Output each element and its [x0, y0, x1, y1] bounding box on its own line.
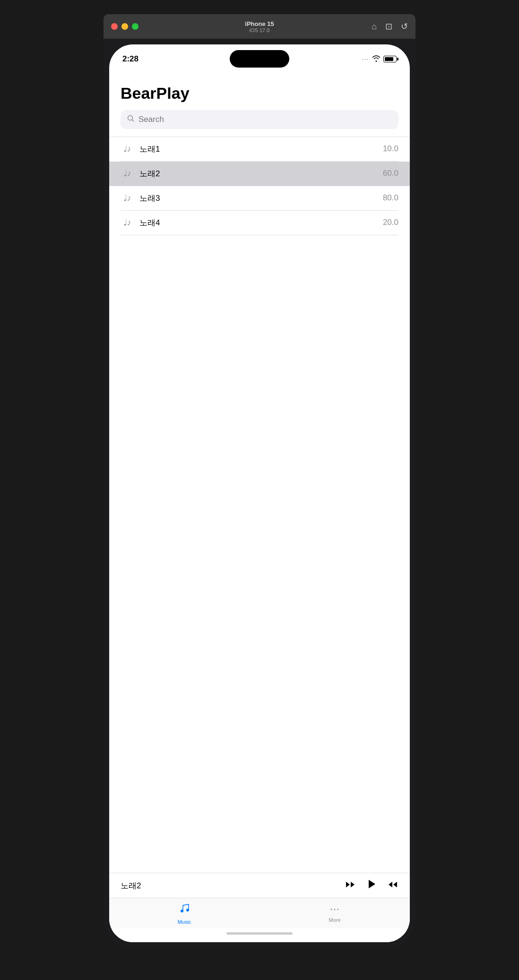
traffic-lights: [111, 23, 138, 30]
more-tab-label: More: [329, 917, 340, 923]
simulator-title: iPhone 15 iOS 17.0: [245, 20, 274, 33]
status-bar: 2:28 ···: [109, 44, 410, 70]
status-time: 2:28: [122, 54, 138, 64]
dynamic-island: [230, 50, 289, 68]
signal-dots-icon: ···: [363, 57, 369, 62]
home-indicator: [109, 928, 410, 942]
tab-more[interactable]: ··· More: [260, 902, 410, 925]
search-bar[interactable]: [121, 110, 398, 129]
play-button[interactable]: [367, 879, 376, 892]
screenshot-icon[interactable]: ⊡: [385, 21, 392, 32]
mini-player: 노래2: [109, 873, 410, 898]
minimize-button[interactable]: [121, 23, 128, 30]
song-item-2[interactable]: ♩♪ 노래2 60.0: [109, 162, 410, 186]
search-input[interactable]: [138, 115, 392, 124]
song-duration-3: 80.0: [383, 193, 398, 203]
forward-button[interactable]: [387, 880, 398, 891]
phone-frame: 2:28 ··· BearPlay: [104, 39, 415, 948]
tab-music[interactable]: Music: [109, 902, 260, 925]
tab-bar: Music ··· More: [109, 898, 410, 928]
song-title-1: 노래1: [139, 144, 377, 155]
search-icon: [127, 115, 135, 124]
music-note-icon-1: ♩♪: [121, 144, 134, 154]
more-tab-icon: ···: [330, 902, 339, 915]
device-name: iPhone 15: [245, 20, 274, 27]
wifi-icon: [372, 55, 381, 63]
simulator-actions: ⌂ ⊡ ↺: [372, 21, 408, 32]
song-item-1[interactable]: ♩♪ 노래1 10.0: [121, 137, 398, 162]
svg-point-2: [186, 909, 189, 911]
battery-icon: [383, 56, 397, 62]
music-note-icon-4: ♩♪: [121, 217, 134, 228]
player-controls: [345, 879, 398, 892]
song-title-2: 노래2: [139, 168, 377, 179]
os-version: iOS 17.0: [245, 27, 274, 33]
music-tab-label: Music: [178, 919, 191, 925]
music-note-icon-2: ♩♪: [121, 168, 134, 179]
app-content: BearPlay ♩♪ 노래1 10.0: [109, 70, 410, 554]
close-button[interactable]: [111, 23, 118, 30]
song-duration-4: 20.0: [383, 218, 398, 227]
song-item-4[interactable]: ♩♪ 노래4 20.0: [121, 211, 398, 235]
status-icons: ···: [363, 55, 397, 63]
song-item-3[interactable]: ♩♪ 노래3 80.0: [121, 186, 398, 211]
song-list: ♩♪ 노래1 10.0 ♩♪ 노래2 60.0 ♩♪ 노래3 80.0: [121, 137, 398, 235]
maximize-button[interactable]: [132, 23, 138, 30]
svg-point-1: [181, 910, 183, 912]
song-title-4: 노래4: [139, 217, 377, 228]
home-bar: [226, 932, 293, 935]
simulator-toolbar: iPhone 15 iOS 17.0 ⌂ ⊡ ↺: [104, 14, 415, 39]
rewind-button[interactable]: [345, 880, 356, 891]
music-note-icon-3: ♩♪: [121, 193, 134, 203]
content-spacer: [109, 554, 410, 873]
home-icon[interactable]: ⌂: [372, 22, 377, 32]
music-tab-icon: [178, 902, 190, 917]
song-title-3: 노래3: [139, 193, 377, 204]
rotate-icon[interactable]: ↺: [401, 21, 408, 32]
mini-player-title: 노래2: [121, 880, 345, 891]
app-title: BearPlay: [121, 84, 398, 103]
song-duration-2: 60.0: [383, 169, 398, 178]
song-duration-1: 10.0: [383, 144, 398, 154]
phone-screen: 2:28 ··· BearPlay: [109, 44, 410, 942]
